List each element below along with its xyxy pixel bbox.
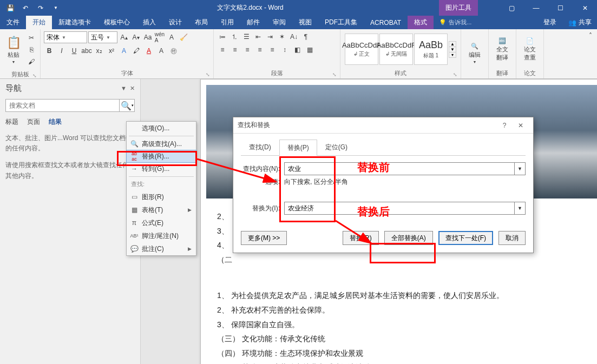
share-button[interactable]: 👥 共享 bbox=[563, 16, 597, 29]
bold-icon[interactable]: B bbox=[44, 45, 55, 56]
change-case-icon[interactable]: Aa bbox=[142, 32, 153, 43]
style-nospacing[interactable]: AaBbCcDdF↲ 无间隔 bbox=[379, 34, 413, 65]
menu-find-footnotes[interactable]: AB¹脚注/尾注(N) bbox=[127, 229, 196, 242]
more-button[interactable]: 更多(M) >> bbox=[241, 231, 287, 245]
ribbon-display-icon[interactable]: ▢ bbox=[500, 0, 524, 16]
find-input[interactable] bbox=[284, 162, 515, 175]
chevron-up-icon[interactable]: ▲ bbox=[449, 42, 456, 47]
tab-layout[interactable]: 布局 bbox=[188, 16, 214, 29]
dlg-tab-replace[interactable]: 替换(P) bbox=[279, 140, 317, 156]
menu-advanced-find[interactable]: 🔍高级查找(A)... bbox=[127, 137, 196, 150]
italic-icon[interactable]: I bbox=[56, 45, 67, 56]
style-heading1[interactable]: AaBb标题 1 bbox=[414, 34, 448, 65]
qat-customize-icon[interactable]: ▼ bbox=[50, 2, 62, 14]
font-launcher-icon[interactable]: ⤡ bbox=[206, 72, 210, 77]
menu-find-comments[interactable]: 💬批注(C)▶ bbox=[127, 242, 196, 255]
tab-format[interactable]: 格式 bbox=[408, 16, 434, 29]
save-icon[interactable]: 💾 bbox=[4, 2, 16, 14]
replace-all-button[interactable]: 全部替换(A) bbox=[384, 231, 433, 245]
dialog-close-icon[interactable]: ✕ bbox=[513, 122, 529, 129]
tab-file[interactable]: 文件 bbox=[0, 16, 26, 29]
subscript-icon[interactable]: x₂ bbox=[94, 45, 104, 56]
menu-find-tables[interactable]: ▦表格(T)▶ bbox=[127, 203, 196, 216]
replace-input[interactable] bbox=[284, 202, 515, 215]
tell-me-search[interactable]: 💡 告诉我... bbox=[434, 16, 537, 29]
tab-home[interactable]: 开始 bbox=[26, 16, 52, 29]
multilevel-icon[interactable]: ☰ bbox=[241, 31, 252, 42]
chevron-down-icon[interactable]: ▼ bbox=[449, 47, 456, 52]
text-effects-icon[interactable]: A bbox=[119, 45, 129, 56]
styles-gallery-nav[interactable]: ▲▼▾ bbox=[449, 41, 456, 58]
numbering-icon[interactable]: ⒈ bbox=[229, 31, 240, 42]
distribute-icon[interactable]: ≡ bbox=[267, 44, 278, 55]
bullets-icon[interactable]: ≔ bbox=[217, 31, 228, 42]
dlg-tab-find[interactable]: 查找(D) bbox=[241, 139, 279, 155]
dec-indent-icon[interactable]: ⇤ bbox=[253, 31, 264, 42]
align-left-icon[interactable]: ≡ bbox=[217, 44, 228, 55]
superscript-icon[interactable]: x² bbox=[106, 45, 117, 56]
char-shading-icon[interactable]: A bbox=[156, 45, 167, 56]
dialog-titlebar[interactable]: 查找和替换 ? ✕ bbox=[233, 117, 533, 134]
phonetic-guide-icon[interactable]: wénA bbox=[154, 32, 165, 43]
tab-review[interactable]: 审阅 bbox=[266, 16, 292, 29]
cancel-button[interactable]: 取消 bbox=[498, 231, 526, 245]
editing-button[interactable]: 🔍编辑▼ bbox=[463, 30, 486, 76]
dialog-help-icon[interactable]: ? bbox=[496, 122, 513, 129]
inc-indent-icon[interactable]: ⇥ bbox=[265, 31, 275, 42]
tab-newtab[interactable]: 新建选项卡 bbox=[52, 16, 97, 29]
translate-button[interactable]: 🔤全文 翻译 bbox=[491, 30, 514, 68]
format-painter-icon[interactable]: 🖌 bbox=[26, 56, 37, 67]
styles-launcher-icon[interactable]: ⤡ bbox=[453, 72, 457, 77]
style-normal[interactable]: AaBbCcDdF↲ 正文 bbox=[345, 34, 378, 65]
align-right-icon[interactable]: ≡ bbox=[242, 44, 253, 55]
tab-pdftools[interactable]: PDF工具集 bbox=[318, 16, 364, 29]
menu-find-equations[interactable]: π公式(E) bbox=[127, 216, 196, 229]
tab-references[interactable]: 引用 bbox=[214, 16, 240, 29]
sort-icon[interactable]: A↓ bbox=[288, 31, 299, 42]
highlight-icon[interactable]: 🖍 bbox=[131, 45, 142, 56]
shading-icon[interactable]: ◧ bbox=[292, 44, 303, 55]
find-history-dropdown[interactable]: ▼ bbox=[515, 162, 526, 175]
line-spacing-icon[interactable]: ↕ bbox=[279, 44, 290, 55]
shrink-font-icon[interactable]: A▾ bbox=[130, 32, 141, 43]
dlg-tab-goto[interactable]: 定位(G) bbox=[317, 139, 356, 155]
strike-icon[interactable]: abc bbox=[81, 45, 92, 56]
nav-search-button[interactable]: 🔍▾ bbox=[120, 99, 135, 112]
collapse-ribbon-icon[interactable]: ˄ bbox=[585, 30, 596, 41]
nav-search-input[interactable] bbox=[5, 99, 120, 112]
font-size-combo[interactable]: 五号▼ bbox=[88, 31, 117, 43]
close-icon[interactable]: ✕ bbox=[573, 0, 597, 16]
font-name-combo[interactable]: 宋体▼ bbox=[44, 31, 87, 43]
cut-icon[interactable]: ✂ bbox=[26, 32, 37, 43]
menu-replace[interactable]: abac替换(R)... bbox=[126, 150, 196, 163]
char-border-icon[interactable]: A bbox=[166, 32, 177, 43]
replace-button[interactable]: 替换(R) bbox=[343, 231, 379, 245]
nav-close-icon[interactable]: ✕ bbox=[130, 85, 135, 92]
login-link[interactable]: 登录 bbox=[537, 16, 563, 29]
underline-icon[interactable]: U bbox=[69, 45, 80, 56]
enclose-char-icon[interactable]: ㊕ bbox=[168, 45, 179, 56]
grow-font-icon[interactable]: A▴ bbox=[119, 32, 129, 43]
menu-find-graphics[interactable]: ▭图形(R) bbox=[127, 190, 196, 203]
tab-view[interactable]: 视图 bbox=[292, 16, 318, 29]
tab-insert[interactable]: 插入 bbox=[136, 16, 162, 29]
nav-tab-results[interactable]: 结果 bbox=[49, 117, 62, 127]
tab-mailings[interactable]: 邮件 bbox=[240, 16, 266, 29]
font-color-icon[interactable]: A bbox=[143, 45, 154, 56]
menu-options[interactable]: 选项(O)... bbox=[127, 122, 196, 135]
align-center-icon[interactable]: ≡ bbox=[229, 44, 240, 55]
paragraph-launcher-icon[interactable]: ⤡ bbox=[332, 72, 337, 77]
minimize-icon[interactable]: — bbox=[524, 0, 548, 16]
tab-acrobat[interactable]: ACROBAT bbox=[364, 16, 408, 29]
paste-button[interactable]: 📋 粘贴 ▼ bbox=[2, 30, 25, 69]
copy-icon[interactable]: ⎘ bbox=[26, 44, 37, 55]
borders-icon[interactable]: ▦ bbox=[304, 44, 315, 55]
nav-options-icon[interactable]: ▼ bbox=[121, 85, 127, 92]
nav-tab-headings[interactable]: 标题 bbox=[5, 117, 18, 127]
show-marks-icon[interactable]: ¶ bbox=[300, 31, 311, 42]
clear-format-icon[interactable]: 🧹 bbox=[178, 32, 189, 43]
find-next-button[interactable]: 查找下一处(F) bbox=[438, 231, 493, 245]
clipboard-launcher-icon[interactable]: ⤡ bbox=[32, 73, 37, 78]
undo-icon[interactable]: ↶ bbox=[19, 2, 31, 14]
justify-icon[interactable]: ≡ bbox=[254, 44, 265, 55]
